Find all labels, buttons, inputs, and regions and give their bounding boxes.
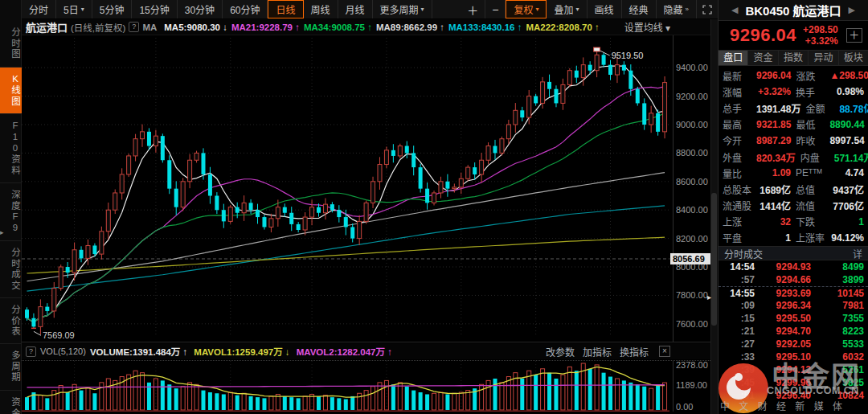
tick-price: 9294.93	[755, 261, 811, 273]
prev-stock-icon[interactable]: ◀	[731, 5, 738, 15]
quote-row: 量比1.09PEᵀᵀᴹ4.74	[719, 165, 868, 181]
quote-row: 总股本1689亿总值9437亿	[719, 181, 868, 197]
zoom-in-button[interactable]: ＋	[461, 0, 485, 18]
tick-row: :099296.347981	[719, 299, 868, 312]
field-value: 1391.48万	[756, 101, 800, 115]
svg-text:8056.69: 8056.69	[673, 254, 705, 264]
sidebar-collapse-handle[interactable]: ▸	[0, 228, 4, 236]
help-icon[interactable]: ?	[129, 22, 139, 32]
field-label: 涨幅	[723, 85, 756, 99]
tick-list-title: 分时成交	[724, 247, 763, 260]
tick-row: :279292.055533	[719, 338, 868, 350]
change-value: +298.50	[803, 24, 838, 35]
close-indicator-icon[interactable]: ×	[659, 346, 670, 357]
fullscreen-button[interactable]	[697, 0, 718, 18]
tick-list: 14:549294.938499:579294.66389914:559293.…	[719, 260, 868, 402]
tick-price: 9294.66	[755, 274, 811, 285]
field-value: 1	[829, 216, 864, 227]
sidebar-item-K线图[interactable]: K线图	[0, 68, 22, 114]
tool-button-经典[interactable]: 经典	[622, 0, 657, 18]
tick-row: :519296.4010824	[719, 389, 868, 402]
period-button-更多周期[interactable]: 更多周期▾	[373, 0, 432, 18]
field-label: 昨收	[796, 133, 829, 147]
sidebar-item-分价表[interactable]: 分价表	[0, 298, 22, 345]
period-button-分时[interactable]: 分时	[22, 0, 56, 18]
quote-fields: 最新9296.04涨跌▲298.50涨幅+3.32%换手0.98%总手1391.…	[719, 66, 868, 246]
next-stock-icon[interactable]: ▶	[849, 5, 855, 15]
tick-time: :15	[723, 313, 755, 324]
tick-price: 9295.50	[755, 313, 811, 324]
panel-tab-盘口[interactable]: 盘口	[719, 51, 748, 65]
field-value: 1689亿	[756, 182, 791, 196]
field-label: 最高	[723, 117, 756, 131]
panel-tab-板块[interactable]: 板块	[839, 51, 868, 65]
tick-list-detail-link[interactable]: 详	[853, 247, 862, 260]
field-value: +3.32%	[756, 86, 791, 97]
field-label: 最低	[796, 117, 829, 131]
tool-button-画线[interactable]: 画线	[588, 0, 622, 18]
field-value: 1.09	[756, 167, 791, 178]
period-button-60分钟[interactable]: 60分钟	[223, 0, 268, 18]
tick-list-header: 分时成交 详	[719, 246, 868, 260]
quote-row: 总手1391.48万金额88.78亿	[719, 100, 868, 116]
sidebar-item-资金[interactable]: 资金	[0, 391, 22, 414]
period-button-日线[interactable]: 日线	[268, 0, 303, 18]
field-label: 金额	[805, 101, 839, 115]
tool-button-叠加[interactable]: 叠加▾	[547, 0, 587, 18]
tick-price: 9296.40	[755, 390, 811, 401]
scrollbar-thumb[interactable]	[711, 193, 717, 326]
period-button-5分钟[interactable]: 5分钟	[92, 0, 133, 18]
ma-value: MA34:9008.75 ↑	[304, 23, 372, 32]
field-label: 换手	[796, 85, 829, 99]
ma-value: MA21:9228.79 ↑	[231, 23, 300, 32]
svg-text:7600.00: 7600.00	[676, 319, 708, 329]
field-value: 1	[756, 232, 791, 244]
candlestick-chart[interactable]: 7600.007800.008000.008200.008400.008600.…	[22, 35, 710, 342]
tick-time: :21	[723, 326, 755, 337]
help-icon[interactable]: ?	[26, 346, 36, 357]
field-label: 总股本	[723, 182, 756, 196]
indicator-action-加指标[interactable]: 加指标	[583, 345, 612, 359]
add-to-watchlist-button[interactable]: ＋	[846, 28, 862, 43]
sidebar-item-分时成交[interactable]: 分时成交	[0, 241, 22, 298]
period-button-周线[interactable]: 周线	[304, 0, 338, 18]
field-label: 最新	[723, 69, 756, 83]
svg-text:8800.00: 8800.00	[676, 148, 708, 158]
period-button-15分钟[interactable]: 15分钟	[132, 0, 177, 18]
tool-button-隐藏[interactable]: 隐藏»	[657, 0, 697, 18]
chart-header: 航运港口 (日线,前复权) ? MA MA5:9080.30 ↓MA21:922…	[22, 19, 710, 35]
period-button-月线[interactable]: 月线	[338, 0, 373, 18]
period-button-30分钟[interactable]: 30分钟	[178, 0, 223, 18]
panel-expand-handle[interactable]: ▸	[707, 293, 711, 301]
tick-volume: 7355	[811, 313, 864, 324]
tick-time: :57	[723, 274, 755, 285]
field-label: 总值	[796, 182, 829, 196]
tick-volume: 8499	[811, 261, 864, 273]
stock-symbol: BK0450	[745, 4, 789, 18]
sidebar-item-多周期[interactable]: 多周期	[0, 344, 22, 391]
panel-tab-资金[interactable]: 资金	[748, 51, 778, 65]
ma-settings-button[interactable]: 设置均线 ▾	[624, 20, 670, 34]
tick-volume: 10145	[811, 288, 864, 299]
volume-chart[interactable]: 2378.001189.000.00	[22, 360, 710, 412]
change-percent: +3.32%	[805, 35, 838, 47]
sidebar-item-分时图[interactable]: 分时图	[0, 21, 22, 68]
volume-values: VOLUME:1391.484万 ↑MAVOL1:1259.497万 ↓MAVO…	[90, 345, 392, 358]
tick-row: :219294.708223	[719, 325, 868, 338]
tool-button-复权[interactable]: 复权▾	[506, 0, 547, 18]
panel-tab-异动[interactable]: 异动	[809, 51, 838, 65]
last-price: 9296.04	[730, 25, 796, 46]
period-button-5日[interactable]: 5日▾	[56, 0, 92, 18]
tick-row: :399294.125261	[719, 363, 868, 376]
zoom-out-button[interactable]: −	[485, 0, 506, 18]
ma-value: MA5:9080.30 ↓	[164, 23, 227, 32]
tick-volume: 3825	[811, 377, 864, 388]
sidebar-item-F10资料[interactable]: F10资料	[0, 114, 22, 183]
field-label: 流值	[796, 199, 829, 212]
indicator-action-改参数[interactable]: 改参数	[546, 345, 575, 359]
indicator-action-换指标[interactable]: 换指标	[620, 345, 649, 359]
tick-price: 9294.12	[755, 364, 811, 375]
tick-row: :159295.507355	[719, 312, 868, 325]
field-label: 平盘	[723, 231, 756, 244]
panel-tab-指数[interactable]: 指数	[779, 51, 809, 65]
